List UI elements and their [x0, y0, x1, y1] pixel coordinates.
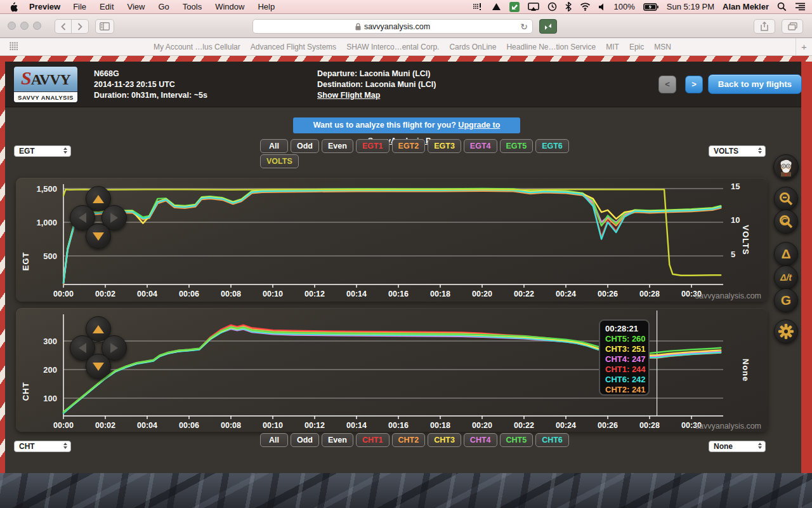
bluetooth-icon[interactable]	[565, 2, 572, 11]
screen-share-icon[interactable]	[509, 2, 520, 12]
volume-icon[interactable]	[599, 3, 606, 11]
filter-egt6-button[interactable]: EGT6	[535, 139, 569, 153]
bookmark-item[interactable]: MIT	[606, 43, 619, 51]
bookmark-item[interactable]: SHAW Interco…ental Corp.	[346, 43, 439, 51]
filter-egt4-button[interactable]: EGT4	[464, 139, 497, 153]
filter-all-button[interactable]: All	[260, 433, 288, 447]
bottom-left-series-select[interactable]: CHT	[14, 441, 71, 452]
apple-menu-icon[interactable]	[9, 2, 18, 12]
time-machine-icon[interactable]	[547, 2, 557, 11]
filter-cht1-button[interactable]: CHT1	[356, 433, 390, 447]
menu-help[interactable]: Help	[258, 2, 275, 11]
refresh-button[interactable]: G	[774, 288, 798, 312]
volts-filter-button-row: VOLTS	[260, 154, 299, 168]
top-right-series-select[interactable]: VOLTS	[709, 145, 766, 157]
svg-text:5: 5	[731, 250, 735, 259]
filter-all-button[interactable]: All	[260, 139, 288, 153]
egt-axis-title: EGT	[21, 251, 30, 271]
filter-odd-button[interactable]: Odd	[291, 433, 319, 447]
filter-cht2-button[interactable]: CHT2	[392, 433, 426, 447]
filter-even-button[interactable]: Even	[322, 433, 353, 447]
bookmark-item[interactable]: My Account …lus Cellular	[154, 43, 240, 51]
filter-odd-button[interactable]: Odd	[291, 139, 319, 153]
egt-chart[interactable]: 5001,0001,5005101500:0000:0200:0400:0600…	[16, 178, 768, 302]
https-lock-icon	[355, 23, 361, 30]
top-left-series-select[interactable]: EGT	[14, 145, 71, 157]
bookmark-item[interactable]: MSN	[654, 43, 671, 51]
filter-egt5-button[interactable]: EGT5	[500, 139, 534, 153]
add-bookmark-button[interactable]: +	[796, 38, 812, 55]
show-flight-map-link[interactable]: Show Flight Map	[317, 90, 436, 101]
bookmark-item[interactable]: Advanced Flight Systems	[251, 43, 336, 51]
settings-gear-button[interactable]	[774, 319, 798, 344]
airplay-display-icon[interactable]	[528, 3, 539, 11]
filter-cht4-button[interactable]: CHT4	[464, 433, 497, 447]
zoom-window-button[interactable]	[33, 22, 41, 30]
delta-mode-button[interactable]: Δ	[774, 242, 798, 266]
bookmark-item[interactable]: Cards OnLine	[449, 43, 496, 51]
svg-text:00:08: 00:08	[221, 421, 241, 430]
menu-tools[interactable]: Tools	[183, 2, 202, 11]
filter-egt3-button[interactable]: EGT3	[428, 139, 461, 153]
svg-text:00:18: 00:18	[430, 421, 450, 430]
close-window-button[interactable]	[8, 22, 16, 30]
bottom-right-series-select[interactable]: None	[709, 441, 766, 452]
sidebar-toggle-button[interactable]	[95, 19, 114, 34]
keyboard-brightness-icon[interactable]	[473, 2, 483, 11]
forward-button[interactable]	[72, 20, 88, 33]
pan-down-button[interactable]	[86, 354, 111, 379]
svg-text:00:12: 00:12	[304, 290, 325, 298]
bookmark-item[interactable]: Headline Ne…tion Service	[506, 43, 596, 51]
extension-button[interactable]	[539, 19, 557, 34]
filter-egt1-button[interactable]: EGT1	[356, 139, 390, 153]
back-to-my-flights-button[interactable]: Back to my flights	[708, 74, 802, 94]
svg-text:00:04: 00:04	[137, 421, 157, 430]
previous-flight-button[interactable]: <	[658, 76, 676, 93]
battery-icon[interactable]	[643, 3, 658, 11]
reload-icon[interactable]: ↻	[520, 22, 528, 32]
pan-down-button[interactable]	[86, 224, 111, 249]
tooltip-row-cht1: CHT1: 244	[605, 364, 648, 375]
menubar-clock[interactable]: Sun 5:19 PM	[667, 2, 714, 11]
menu-go[interactable]: Go	[158, 2, 169, 11]
spotlight-search-icon[interactable]	[777, 2, 787, 11]
upgrade-banner: Want us to analyze this flight for you? …	[293, 117, 520, 133]
menu-triangle-icon[interactable]	[492, 3, 501, 11]
filter-volts-button[interactable]: VOLTS	[260, 154, 299, 168]
delta-over-time-button[interactable]: Δ/t	[774, 265, 798, 290]
show-all-tabs-button[interactable]	[782, 19, 803, 34]
bookmark-item[interactable]: Epic	[629, 43, 644, 51]
svg-text:1,000: 1,000	[36, 218, 57, 227]
desktop-wallpaper	[0, 473, 812, 508]
back-button[interactable]	[55, 20, 72, 33]
menubar-user[interactable]: Alan Mekler	[723, 2, 769, 11]
zoom-out-button[interactable]	[774, 187, 798, 211]
right-axis-title-none: None	[741, 358, 750, 382]
tooltip-row-cht6: CHT6: 242	[605, 375, 648, 385]
screen: Preview FileEditViewGoToolsWindowHelp 10…	[0, 0, 812, 508]
savvy-analysis-logo[interactable]: SAVVY SAVVY ANALYSIS	[13, 65, 79, 104]
menu-view[interactable]: View	[128, 2, 145, 11]
svg-text:00:02: 00:02	[95, 421, 115, 430]
minimize-window-button[interactable]	[20, 22, 29, 30]
frequently-visited-icon[interactable]	[10, 42, 18, 52]
active-app-name[interactable]: Preview	[29, 2, 60, 11]
filter-cht6-button[interactable]: CHT6	[535, 433, 569, 447]
menu-edit[interactable]: Edit	[100, 2, 114, 11]
wifi-icon[interactable]	[580, 3, 591, 11]
filter-cht5-button[interactable]: CHT5	[500, 433, 534, 447]
zoom-reset-button[interactable]	[774, 210, 798, 234]
cht-chart[interactable]: 10020030000:0000:0200:0400:0600:0800:100…	[16, 308, 768, 432]
filter-even-button[interactable]: Even	[322, 139, 353, 153]
menu-file[interactable]: File	[73, 2, 86, 11]
notification-center-icon[interactable]	[795, 3, 806, 11]
next-flight-button[interactable]: >	[685, 76, 703, 93]
address-bar[interactable]: savvyanalysis.com ↻	[252, 19, 533, 34]
savvy-mechanic-avatar-button[interactable]	[773, 154, 799, 180]
filter-cht3-button[interactable]: CHT3	[428, 433, 461, 447]
share-button[interactable]	[754, 19, 775, 34]
cht-filter-buttons: AllOddEvenCHT1CHT2CHT3CHT4CHT5CHT6	[260, 433, 569, 447]
menu-window[interactable]: Window	[215, 2, 244, 11]
svg-text:00:20: 00:20	[472, 290, 492, 298]
filter-egt2-button[interactable]: EGT2	[392, 139, 426, 153]
